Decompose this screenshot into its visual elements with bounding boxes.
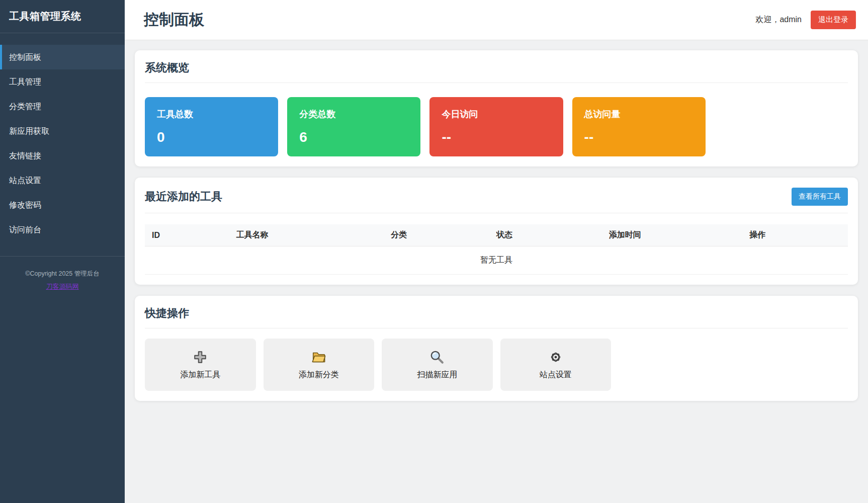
scan-apps-button[interactable]: 扫描新应用	[382, 339, 493, 391]
recent-tools-title: 最近添加的工具	[145, 189, 222, 204]
copyright-text: ©Copyright 2025 管理后台	[4, 270, 121, 278]
folder-icon	[311, 350, 326, 365]
action-label: 扫描新应用	[417, 370, 457, 380]
logout-button[interactable]: 退出登录	[811, 11, 856, 29]
welcome-text: 欢迎，admin	[755, 15, 802, 25]
column-header-category: 分类	[384, 224, 489, 246]
stats-grid: 工具总数 0 分类总数 6 今日访问 -- 总访问量 --	[145, 97, 848, 156]
site-settings-button[interactable]: 站点设置	[500, 339, 612, 391]
stat-label: 总访问量	[584, 108, 693, 120]
sidebar-item-friend-links[interactable]: 友情链接	[0, 143, 125, 168]
stat-value: 6	[299, 129, 408, 145]
stat-card-total-visits: 总访问量 --	[572, 97, 706, 156]
sidebar: 工具箱管理系统 控制面板 工具管理 分类管理 新应用获取 友情链接 站点设置 修…	[0, 0, 125, 503]
column-header-added-time: 添加时间	[602, 224, 743, 246]
stat-label: 工具总数	[157, 108, 266, 120]
sidebar-item-categories[interactable]: 分类管理	[0, 94, 125, 119]
content: 系统概览 工具总数 0 分类总数 6 今日访问 -- 总访问量 --	[125, 40, 868, 503]
stat-card-today-visits: 今日访问 --	[429, 97, 563, 156]
stat-label: 今日访问	[442, 108, 551, 120]
sidebar-item-site-settings[interactable]: 站点设置	[0, 168, 125, 193]
recent-tools-table: ID 工具名称 分类 状态 添加时间 操作 暂无工具	[145, 224, 848, 275]
action-label: 站点设置	[540, 370, 572, 380]
add-category-button[interactable]: 添加新分类	[264, 339, 375, 391]
sidebar-item-tools[interactable]: 工具管理	[0, 69, 125, 94]
column-header-status: 状态	[489, 224, 602, 246]
quick-actions-title: 快捷操作	[145, 306, 848, 328]
main-column: 控制面板 欢迎，admin 退出登录 系统概览 工具总数 0 分类总数 6 今日…	[125, 0, 868, 503]
empty-row: 暂无工具	[145, 246, 848, 275]
stat-value: --	[584, 129, 693, 145]
topbar: 控制面板 欢迎，admin 退出登录	[125, 0, 868, 40]
table-header-row: ID 工具名称 分类 状态 添加时间 操作	[145, 224, 848, 246]
add-tool-button[interactable]: 添加新工具	[145, 339, 256, 391]
column-header-tool-name: 工具名称	[229, 224, 384, 246]
column-header-id: ID	[145, 224, 229, 246]
stat-card-total-tools: 工具总数 0	[145, 97, 278, 156]
sidebar-menu: 控制面板 工具管理 分类管理 新应用获取 友情链接 站点设置 修改密码 访问前台	[0, 45, 125, 242]
sidebar-item-new-apps[interactable]: 新应用获取	[0, 119, 125, 143]
system-overview-card: 系统概览 工具总数 0 分类总数 6 今日访问 -- 总访问量 --	[135, 50, 858, 166]
plus-icon	[193, 350, 208, 365]
topbar-right: 欢迎，admin 退出登录	[755, 11, 856, 29]
search-icon	[429, 350, 445, 365]
app-title: 工具箱管理系统	[0, 0, 125, 33]
sidebar-footer: ©Copyright 2025 管理后台 刀客源码网	[0, 256, 125, 291]
quick-actions-card: 快捷操作 添加新工具 添加新分类	[135, 296, 858, 401]
overview-title: 系统概览	[145, 60, 848, 83]
empty-state-text: 暂无工具	[145, 246, 848, 275]
sidebar-item-dashboard[interactable]: 控制面板	[0, 45, 125, 69]
stat-card-total-categories: 分类总数 6	[287, 97, 420, 156]
column-header-actions: 操作	[742, 224, 848, 246]
recent-tools-header: 最近添加的工具 查看所有工具	[145, 188, 848, 213]
stat-value: 0	[157, 129, 266, 145]
actions-grid: 添加新工具 添加新分类 扫描新应用	[145, 339, 848, 391]
recent-tools-card: 最近添加的工具 查看所有工具 ID 工具名称 分类 状态 添加时间 操作	[135, 178, 858, 285]
action-label: 添加新工具	[180, 370, 220, 380]
view-all-tools-button[interactable]: 查看所有工具	[792, 188, 848, 206]
stat-value: --	[442, 129, 551, 145]
stat-label: 分类总数	[299, 108, 408, 120]
page-title: 控制面板	[144, 10, 204, 30]
sidebar-item-change-password[interactable]: 修改密码	[0, 193, 125, 217]
action-label: 添加新分类	[299, 370, 339, 380]
sidebar-item-visit-frontend[interactable]: 访问前台	[0, 217, 125, 242]
gear-icon	[548, 350, 563, 365]
footer-link[interactable]: 刀客源码网	[46, 282, 79, 291]
